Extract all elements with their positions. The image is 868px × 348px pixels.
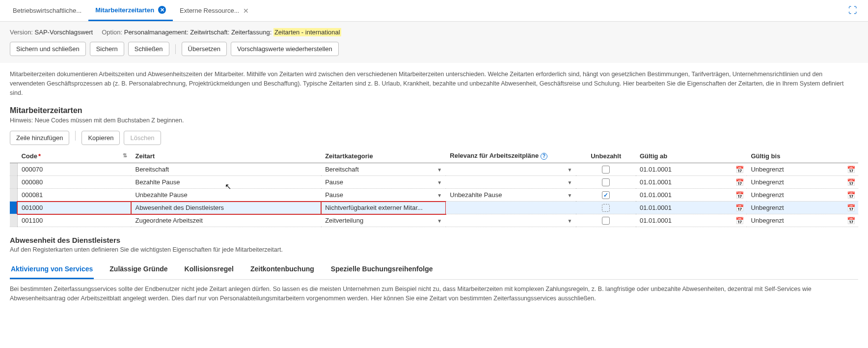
cell-code[interactable]: 000081 — [17, 189, 131, 202]
cell-bis[interactable]: Unbegrenzt📅 — [747, 189, 858, 202]
cell-zeitart[interactable]: Zugeordnete Arbeitszeit — [131, 214, 321, 227]
add-row-button[interactable]: Zeile hinzufügen — [10, 131, 69, 145]
subtab[interactable]: Spezielle Buchungsreihenfolge — [330, 260, 434, 279]
sub-tabs: Aktivierung von ServicesZulässige Gründe… — [10, 260, 858, 280]
calendar-icon[interactable]: 📅 — [735, 217, 744, 225]
row-handle[interactable] — [10, 214, 17, 227]
subtab[interactable]: Aktivierung von Services — [10, 260, 94, 279]
col-kategorie[interactable]: Zeitartkategorie — [321, 149, 446, 163]
col-relevanz[interactable]: Relevanz für Arbeitszeitpläne? — [446, 149, 576, 163]
col-von[interactable]: Gültig ab — [636, 149, 747, 163]
cell-relevanz[interactable]: ▼ — [446, 176, 576, 189]
cell-kategorie[interactable]: Nichtverfügbarkeit externer Mitar... — [321, 202, 446, 214]
table-row[interactable]: 000080 Bezahlte Pause Pause▼ ▼ 01.01.000… — [10, 176, 858, 189]
cell-zeitart[interactable]: Bereitschaft — [131, 163, 321, 176]
cell-von[interactable]: 01.01.0001📅 — [636, 202, 747, 214]
row-handle[interactable] — [10, 189, 17, 202]
calendar-icon[interactable]: 📅 — [847, 191, 855, 199]
cell-kategorie[interactable]: Pause▼ — [321, 176, 446, 189]
row-handle[interactable] — [10, 202, 17, 214]
cell-relevanz[interactable]: ▼ — [446, 214, 576, 227]
table-row[interactable]: 001100 Zugeordnete Arbeitszeit Zeitverte… — [10, 214, 858, 227]
cell-unbezahlt[interactable] — [576, 214, 636, 227]
cell-relevanz[interactable]: ▼ — [446, 163, 576, 176]
subtab[interactable]: Zeitkontenbuchung — [249, 260, 315, 279]
cell-code[interactable]: 000070 — [17, 163, 131, 176]
calendar-icon[interactable]: 📅 — [847, 217, 855, 225]
checkbox[interactable] — [602, 217, 610, 225]
table-row[interactable]: 000070 Bereitschaft Bereitschaft▼ ▼ 01.0… — [10, 163, 858, 176]
table-row[interactable]: 000081 Unbezahlte Pause Pause▼ Unbezahlt… — [10, 189, 858, 202]
calendar-icon[interactable]: 📅 — [735, 166, 744, 174]
row-handle[interactable] — [10, 163, 17, 176]
cell-kategorie[interactable]: Bereitschaft▼ — [321, 163, 446, 176]
col-zeitart[interactable]: Zeitart — [131, 149, 321, 163]
cell-kategorie[interactable]: Zeitverteilung▼ — [321, 214, 446, 227]
cell-unbezahlt[interactable] — [576, 163, 636, 176]
cell-kategorie[interactable]: Pause▼ — [321, 189, 446, 202]
cell-relevanz[interactable]: Unbezahlte Pause▼ — [446, 189, 576, 202]
cell-von[interactable]: 01.01.0001📅 — [636, 189, 747, 202]
close-icon[interactable]: ✕ — [158, 6, 166, 14]
row-handle[interactable] — [10, 176, 17, 189]
chevron-down-icon: ▼ — [568, 179, 572, 185]
chevron-down-icon: ▼ — [568, 167, 572, 172]
col-bis[interactable]: Gültig bis — [747, 149, 858, 163]
cell-zeitart[interactable]: Bezahlte Pause — [131, 176, 321, 189]
copy-button[interactable]: Kopieren — [81, 131, 120, 145]
checkbox[interactable] — [602, 166, 610, 174]
close-icon[interactable]: ✕ — [243, 7, 249, 15]
chevron-down-icon: ▼ — [568, 192, 572, 198]
cell-code[interactable]: 001000 — [17, 202, 131, 214]
save-close-button[interactable]: Sichern und schließen — [10, 42, 86, 56]
cell-zeitart[interactable]: Unbezahlte Pause — [131, 189, 321, 202]
subtab[interactable]: Kollisionsregel — [184, 260, 235, 279]
chevron-down-icon: ▼ — [568, 218, 572, 223]
delete-button: Löschen — [124, 131, 161, 145]
cell-code[interactable]: 000080 — [17, 176, 131, 189]
tab-mitarbeiterzeitarten[interactable]: Mitarbeiterzeitarten ✕ — [88, 0, 173, 21]
col-code[interactable]: Code — [17, 149, 131, 163]
restore-button[interactable]: Vorschlagswerte wiederherstellen — [231, 42, 339, 56]
option-value-prefix: Personalmanagement: Zeitwirtschaft: Zeit… — [124, 29, 273, 36]
col-unbezahlt[interactable]: Unbezahlt — [576, 149, 636, 163]
calendar-icon[interactable]: 📅 — [847, 166, 855, 174]
checkbox[interactable] — [602, 191, 610, 199]
cell-unbezahlt[interactable] — [576, 189, 636, 202]
sub-section-title: Abwesenheit des Dienstleisters — [10, 236, 858, 244]
checkbox[interactable] — [602, 204, 610, 212]
cell-relevanz[interactable] — [446, 202, 576, 214]
cell-unbezahlt[interactable] — [576, 202, 636, 214]
tab-betriebswirtschaftliche[interactable]: Betriebswirtschaftliche... — [6, 1, 88, 20]
tab-externe-ressource[interactable]: Externe Ressource... ✕ — [173, 1, 256, 21]
translate-button[interactable]: Übersetzen — [182, 42, 227, 56]
calendar-icon[interactable]: 📅 — [735, 204, 744, 212]
divider — [75, 131, 76, 141]
cell-zeitart[interactable]: Abwesenheit des Dienstleisters — [131, 202, 321, 214]
cell-von[interactable]: 01.01.0001📅 — [636, 176, 747, 189]
cell-von[interactable]: 01.01.0001📅 — [636, 163, 747, 176]
subtab[interactable]: Zulässige Gründe — [108, 260, 168, 279]
sub-section-hint: Auf den Registerkarten unten definieren … — [10, 246, 858, 253]
sub-description: Bei bestimmten Zeiterfassungsservices so… — [10, 285, 858, 303]
page-description: Mitarbeiterzeiten dokumentieren Arbeitsz… — [10, 70, 858, 97]
expand-icon[interactable]: ⛶ — [843, 0, 862, 21]
calendar-icon[interactable]: 📅 — [735, 178, 744, 186]
cell-unbezahlt[interactable] — [576, 176, 636, 189]
calendar-icon[interactable]: 📅 — [847, 204, 855, 212]
calendar-icon[interactable]: 📅 — [847, 178, 855, 186]
cell-code[interactable]: 001100 — [17, 214, 131, 227]
checkbox[interactable] — [602, 178, 610, 186]
calendar-icon[interactable]: 📅 — [735, 191, 744, 199]
cell-bis[interactable]: Unbegrenzt📅 — [747, 214, 858, 227]
cell-bis[interactable]: Unbegrenzt📅 — [747, 176, 858, 189]
save-button[interactable]: Sichern — [90, 42, 124, 56]
help-icon[interactable]: ? — [541, 153, 547, 160]
cell-bis[interactable]: Unbegrenzt📅 — [747, 202, 858, 214]
close-button[interactable]: Schließen — [128, 42, 169, 56]
cell-von[interactable]: 01.01.0001📅 — [636, 214, 747, 227]
cell-bis[interactable]: Unbegrenzt📅 — [747, 163, 858, 176]
chevron-down-icon: ▼ — [437, 167, 442, 172]
table-row[interactable]: 001000 Abwesenheit des Dienstleisters Ni… — [10, 202, 858, 214]
option-label: Option: — [102, 29, 122, 36]
